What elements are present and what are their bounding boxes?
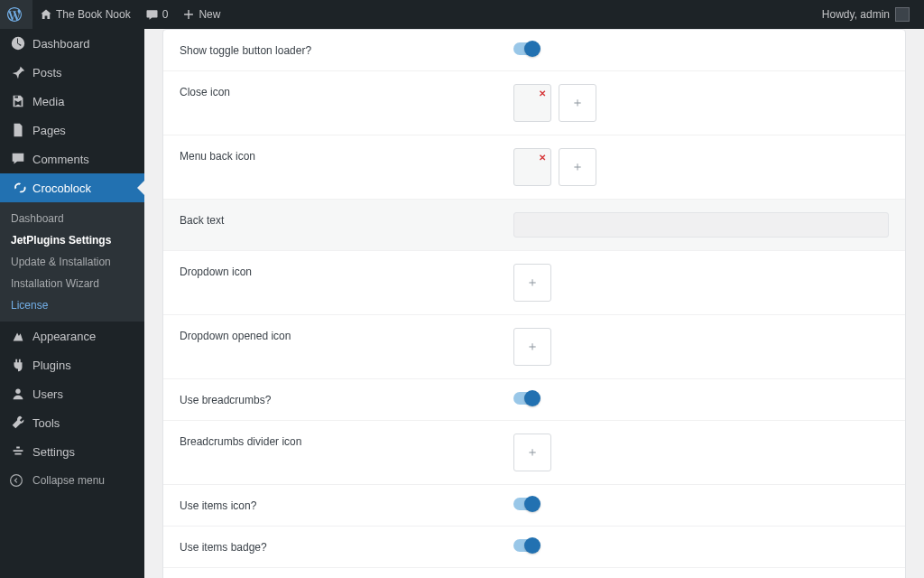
icon-add-box[interactable]: ＋ (513, 264, 551, 302)
sidebar-item-pages[interactable]: Pages (0, 116, 144, 144)
sidebar-item-users[interactable]: Users (0, 379, 144, 408)
site-name-link[interactable]: The Book Nook (32, 0, 138, 29)
svg-point-1 (11, 475, 23, 487)
sidebar-item-tools[interactable]: Tools (0, 408, 144, 437)
icon-preview-box[interactable]: ✕ (513, 84, 551, 122)
submenu-item-license[interactable]: License (0, 294, 144, 316)
submenu-item-jetplugins[interactable]: JetPlugins Settings (0, 229, 144, 251)
submenu-item-wizard[interactable]: Installation Wizard (0, 273, 144, 294)
setting-row-breadcrumbs-divider-icon: Breadcrumbs divider icon ＋ (163, 421, 905, 485)
wp-logo[interactable] (0, 0, 32, 29)
icon-preview-box[interactable]: ✕ (513, 148, 551, 186)
toggle-switch[interactable] (513, 498, 539, 510)
toggle-switch[interactable] (513, 539, 539, 552)
setting-label: Back text (180, 212, 513, 227)
icon-add-box[interactable]: ＋ (513, 434, 551, 471)
plugin-icon (9, 357, 27, 373)
sidebar-item-label: Media (32, 95, 64, 108)
sidebar-item-label: Settings (32, 445, 75, 459)
setting-label: Dropdown opened icon (180, 328, 513, 342)
setting-label: Use items icon? (180, 498, 513, 512)
sidebar-item-plugins[interactable]: Plugins (0, 350, 144, 379)
sidebar-item-comments[interactable]: Comments (0, 144, 144, 173)
collapse-label: Collapse menu (32, 474, 105, 487)
setting-row-toggle-loader: Show toggle button loader? (163, 30, 905, 71)
admin-bar: The Book Nook 0 New Howdy, admin (0, 0, 924, 29)
sidebar-item-settings[interactable]: Settings (0, 437, 144, 466)
setting-row-use-items-badge: Use items badge? (163, 527, 905, 568)
home-icon (40, 8, 52, 21)
site-name: The Book Nook (56, 8, 131, 21)
comment-bubble-icon (145, 8, 159, 22)
sidebar-item-media[interactable]: Media (0, 87, 144, 116)
settings-icon (9, 443, 27, 460)
sidebar-item-label: Comments (32, 153, 89, 166)
sidebar-submenu: Dashboard JetPlugins Settings Update & I… (0, 202, 144, 322)
setting-row-back-text: Back text (163, 200, 905, 251)
sidebar-item-label: Users (32, 387, 63, 401)
setting-row-close-icon: Close icon ✕ ＋ (163, 71, 905, 135)
sidebar-item-label: Posts (32, 66, 62, 79)
sidebar-item-crocoblock[interactable]: Crocoblock (0, 173, 144, 202)
sidebar-item-label: Pages (32, 124, 66, 137)
pin-icon (9, 64, 27, 80)
sidebar-item-label: Dashboard (32, 37, 90, 51)
sidebar-item-dashboard[interactable]: Dashboard (0, 29, 144, 58)
remove-icon[interactable]: ✕ (539, 153, 546, 163)
dashboard-icon (9, 35, 27, 51)
sidebar-item-label: Crocoblock (32, 182, 91, 195)
submenu-item-update[interactable]: Update & Installation (0, 251, 144, 273)
comments-link[interactable]: 0 (138, 0, 176, 29)
setting-row-dropdown-icon: Dropdown icon ＋ (163, 251, 905, 315)
media-icon (9, 93, 27, 109)
submenu-item-dashboard[interactable]: Dashboard (0, 208, 144, 229)
collapse-menu[interactable]: Collapse menu (0, 466, 144, 495)
toggle-switch[interactable] (513, 42, 539, 55)
plus-icon: ＋ (526, 444, 539, 461)
svg-point-0 (15, 389, 20, 394)
page-icon (9, 122, 27, 138)
collapse-icon (9, 473, 27, 488)
comments-count: 0 (162, 8, 169, 21)
plus-icon: ＋ (571, 159, 584, 175)
comment-icon (9, 151, 27, 167)
plus-icon: ＋ (526, 275, 539, 291)
sidebar-item-label: Appearance (32, 330, 96, 343)
sidebar-item-appearance[interactable]: Appearance (0, 322, 144, 350)
admin-sidebar: Dashboard Posts Media Pages Comments Cro… (0, 29, 144, 578)
setting-row-menu-back-icon: Menu back icon ✕ ＋ (163, 135, 905, 200)
greeting: Howdy, admin (822, 8, 890, 21)
crocoblock-icon (9, 180, 27, 196)
remove-icon[interactable]: ✕ (539, 89, 546, 98)
icon-add-box[interactable]: ＋ (559, 148, 596, 186)
sidebar-item-label: Plugins (32, 359, 71, 372)
users-icon (9, 386, 27, 402)
sidebar-item-posts[interactable]: Posts (0, 58, 144, 87)
setting-label: Menu back icon (180, 148, 513, 163)
new-label: New (199, 8, 220, 21)
sidebar-item-label: Tools (32, 416, 60, 430)
new-content-link[interactable]: New (175, 0, 227, 29)
icon-add-box[interactable]: ＋ (559, 84, 596, 122)
setting-label: Use breadcrumbs? (180, 392, 513, 406)
plus-icon: ＋ (526, 339, 539, 355)
setting-label: Close icon (180, 84, 513, 98)
appearance-icon (9, 328, 27, 344)
settings-panel: Show toggle button loader? Close icon ✕ … (162, 29, 906, 578)
back-text-input[interactable] (513, 212, 889, 238)
icon-add-box[interactable]: ＋ (513, 328, 551, 366)
plus-icon (182, 8, 195, 21)
setting-row-show-item-description: Show item description? (163, 568, 905, 578)
wordpress-icon (7, 7, 22, 22)
setting-label: Breadcrumbs divider icon (180, 434, 513, 448)
account-link[interactable]: Howdy, admin (815, 0, 917, 29)
plus-icon: ＋ (571, 95, 584, 111)
setting-row-dropdown-opened-icon: Dropdown opened icon ＋ (163, 315, 905, 379)
setting-label: Dropdown icon (180, 264, 513, 278)
avatar (895, 7, 910, 22)
content-area: Show toggle button loader? Close icon ✕ … (144, 0, 924, 578)
setting-label: Use items badge? (180, 539, 513, 554)
toggle-switch[interactable] (513, 392, 539, 405)
setting-row-use-items-icon: Use items icon? (163, 485, 905, 527)
setting-label: Show toggle button loader? (180, 42, 513, 57)
